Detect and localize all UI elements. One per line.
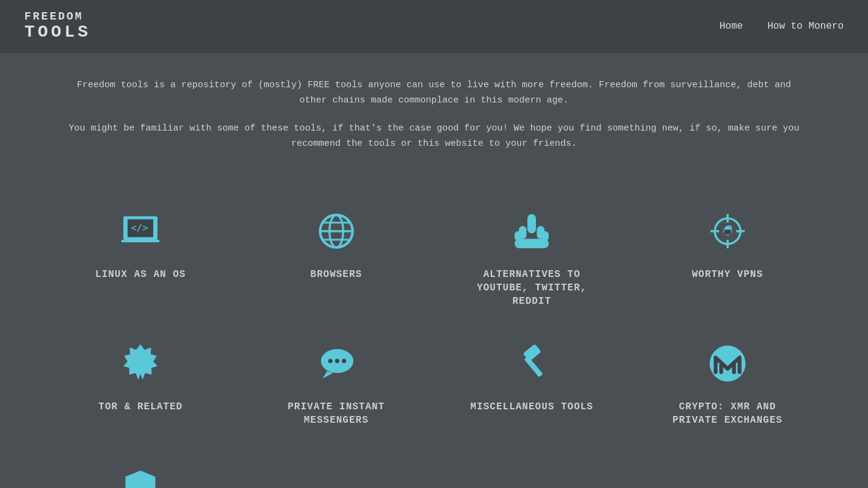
card-linux[interactable]: </> LINUX AS AN OS: [49, 195, 233, 315]
svg-text:</>: </>: [131, 223, 148, 234]
card-vpns[interactable]: WORTHY VPNS: [636, 195, 820, 315]
target-icon: [703, 207, 752, 256]
card-alternatives-label: ALTERNATIVES TO YOUTUBE, TWITTER, REDDIT: [477, 268, 587, 309]
chat-icon: [312, 339, 361, 388]
intro-section: Freedom tools is a repository of (mostly…: [0, 53, 868, 176]
card-tools[interactable]: MISCELLANEOUS TOOLS: [440, 327, 624, 434]
monero-icon: [703, 339, 752, 388]
navbar: FREEDOM TOOLS Home How to Monero: [0, 0, 868, 53]
card-tor[interactable]: TOR & RELATED: [49, 327, 233, 434]
svg-rect-14: [515, 239, 549, 248]
card-tools-label: MISCELLANEOUS TOOLS: [471, 400, 593, 414]
card-crypto[interactable]: CRYPTO: XMR AND PRIVATE EXCHANGES: [636, 327, 820, 434]
card-tor-label: TOR & RELATED: [98, 400, 183, 414]
shield-icon: [116, 464, 165, 488]
svg-rect-9: [527, 214, 536, 234]
svg-point-26: [335, 359, 339, 363]
card-vpns-label: WORTHY VPNS: [692, 268, 763, 281]
hammer-icon: [507, 339, 556, 388]
card-extra[interactable]: [49, 452, 233, 488]
svg-marker-22: [123, 344, 157, 379]
badge-icon: [116, 339, 165, 388]
intro-line1: Freedom tools is a repository of (mostly…: [61, 77, 807, 109]
svg-marker-24: [322, 371, 333, 378]
site-logo[interactable]: FREEDOM TOOLS: [24, 11, 91, 42]
logo-tools: TOOLS: [24, 23, 91, 42]
card-linux-label: LINUX AS AN OS: [95, 268, 186, 281]
card-browsers-label: BROWSERS: [310, 268, 362, 281]
svg-point-27: [342, 359, 346, 363]
card-crypto-label: CRYPTO: XMR AND PRIVATE EXCHANGES: [673, 400, 783, 428]
svg-rect-3: [121, 240, 160, 242]
cards-grid: </> LINUX AS AN OS BROWSERS: [0, 176, 868, 452]
nav-monero[interactable]: How to Monero: [767, 21, 844, 32]
nav-links: Home How to Monero: [720, 21, 844, 32]
globe-icon: [312, 207, 361, 256]
card-alternatives[interactable]: ALTERNATIVES TO YOUTUBE, TWITTER, REDDIT: [440, 195, 624, 315]
svg-point-25: [328, 359, 332, 363]
card-messengers[interactable]: PRIVATE INSTANT MESSENGERS: [245, 327, 429, 434]
card-messengers-label: PRIVATE INSTANT MESSENGERS: [288, 400, 385, 428]
card-browsers[interactable]: BROWSERS: [245, 195, 429, 315]
intro-line2: You might be familiar with some of these…: [61, 121, 807, 152]
svg-rect-28: [524, 356, 543, 377]
cards-grid-row3: [0, 452, 868, 488]
laptop-icon: </>: [116, 207, 165, 256]
svg-rect-21: [724, 229, 731, 234]
logo-freedom: FREEDOM: [24, 11, 91, 23]
finger-icon: [507, 207, 556, 256]
nav-home[interactable]: Home: [720, 21, 743, 32]
